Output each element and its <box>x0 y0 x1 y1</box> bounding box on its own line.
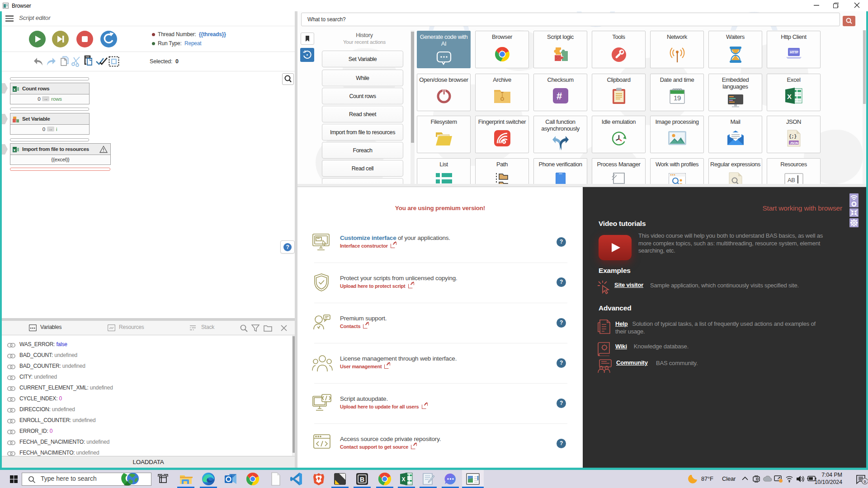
svg-text:JSON: JSON <box>790 141 798 145</box>
svg-text:x: x <box>14 87 16 92</box>
svg-text:#: # <box>557 90 562 102</box>
svg-text:9: 9 <box>864 479 866 484</box>
svg-text:{;}: {;} <box>789 134 797 139</box>
svg-text:HTTP: HTTP <box>790 50 798 54</box>
svg-text:B: B <box>360 476 364 483</box>
svg-text:X: X <box>402 476 406 483</box>
svg-text:x: x <box>14 148 16 152</box>
svg-text:19: 19 <box>674 94 681 102</box>
svg-text:AB: AB <box>788 177 795 183</box>
svg-text:X: X <box>787 93 792 100</box>
